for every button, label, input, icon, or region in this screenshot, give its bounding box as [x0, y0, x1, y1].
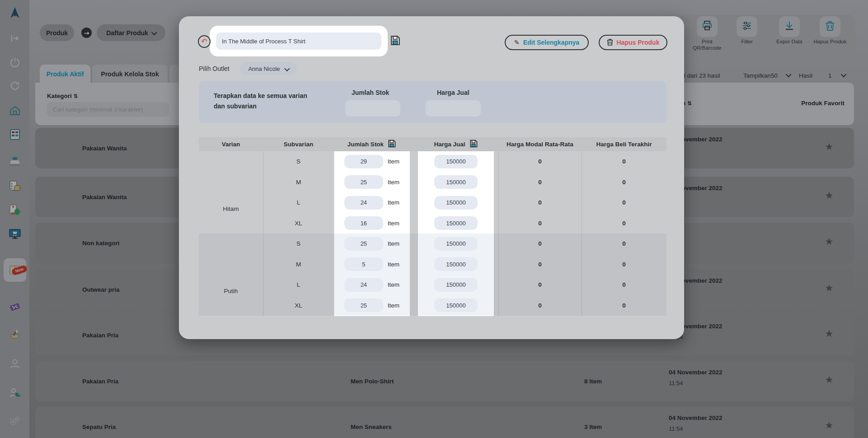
panel-price-input[interactable]	[426, 100, 481, 116]
last-buy-value: 0	[582, 275, 666, 295]
tampilkan-label: Tampilkan	[743, 72, 771, 79]
chevron-down-icon[interactable]	[841, 71, 845, 78]
panel-stock-label: Jumlah Stok	[352, 89, 389, 96]
stock-input[interactable]: 24	[344, 278, 383, 292]
stock-unit: Item	[388, 158, 399, 165]
page-select[interactable]: 1	[828, 72, 832, 79]
toolbar-label: Hapus Produk	[805, 38, 855, 45]
favorite-star-icon[interactable]: ★	[822, 421, 836, 430]
price-cell: 150000	[418, 233, 494, 254]
save-name-icon[interactable]	[389, 35, 401, 48]
toolbar-trash-button[interactable]	[820, 16, 840, 37]
avg-cost-value: 0	[498, 233, 582, 254]
gears-icon[interactable]	[0, 415, 29, 426]
product-row[interactable]: Sepatu PriaMen Sneakers3 Item04 November…	[35, 406, 854, 438]
favorite-star-icon[interactable]: ★	[822, 284, 836, 293]
chevron-down-icon	[151, 29, 157, 35]
favorite-star-icon[interactable]: ★	[822, 329, 836, 339]
monitor-cart-icon[interactable]	[0, 228, 29, 239]
price-cell: 150000	[418, 151, 494, 172]
product-row[interactable]: Pakaian PriaMen Polo-Shirt8 Item04 Novem…	[35, 361, 854, 401]
row-time: 11:54	[669, 425, 683, 432]
column-header-kategori[interactable]: Kategori ⇅	[47, 93, 78, 99]
toolbar-filter-button[interactable]	[737, 16, 757, 37]
hapus-produk-button[interactable]: Hapus Produk	[599, 35, 667, 50]
sidebar: New	[0, 0, 29, 438]
price-cell: 150000	[418, 213, 494, 234]
stock-input[interactable]: 25	[344, 298, 383, 312]
pencil-icon: ✎	[514, 39, 520, 46]
variant-table-header: Varian Subvarian Jumlah Stok Harga Jual …	[199, 137, 666, 151]
save-column-icon[interactable]	[387, 139, 396, 149]
subvariant-size: XL	[263, 295, 334, 316]
stock-input[interactable]: 5	[344, 257, 383, 271]
favorite-star-icon[interactable]: ★	[822, 237, 836, 247]
search-kategori-input[interactable]	[47, 102, 169, 117]
stock-input[interactable]: 24	[344, 196, 383, 210]
column-divider	[334, 152, 334, 316]
logout-icon[interactable]	[0, 33, 29, 44]
column-divider	[498, 152, 499, 316]
stock-cell: 25 Item	[334, 295, 410, 316]
stock-input[interactable]: 29	[344, 155, 383, 168]
row-qty: 3 Item	[584, 406, 602, 438]
price-input[interactable]: 150000	[434, 216, 478, 230]
row-category: Outwear pria	[82, 269, 120, 310]
row-product-name: Men Polo-Shirt	[351, 361, 394, 401]
stock-input[interactable]: 16	[344, 216, 383, 230]
favorite-star-icon[interactable]: ★	[822, 142, 836, 152]
outlet-select[interactable]: Anna Nicole	[240, 62, 297, 75]
page-size-select[interactable]: 50	[771, 72, 778, 79]
last-buy-value: 0	[582, 151, 666, 172]
sort-icon: ⇅	[687, 100, 692, 107]
prescription-icon[interactable]	[0, 204, 29, 216]
tab-produk-kelola-stok[interactable]: Produk Kelola Stok	[92, 65, 168, 83]
subvariant-size: M	[263, 254, 334, 275]
catalog-icon[interactable]	[0, 129, 29, 140]
breadcrumb-daftar-produk[interactable]: Daftar Produk	[97, 24, 165, 41]
printer-icon	[702, 20, 713, 33]
hasil-label: Hasil	[799, 72, 812, 79]
product-name-input[interactable]	[216, 33, 381, 50]
back-button[interactable]: ↶	[198, 35, 211, 48]
power-icon[interactable]	[0, 57, 29, 68]
save-column-icon[interactable]	[469, 139, 478, 149]
pilih-outlet-label: Pilih Outlet	[199, 65, 230, 72]
subvariant-size: M	[263, 172, 334, 193]
refresh-icon[interactable]	[0, 80, 29, 91]
tab-produk-aktif[interactable]: Produk Aktif	[40, 65, 90, 83]
stock-input[interactable]: 25	[344, 237, 383, 251]
user-bag-icon[interactable]	[0, 387, 29, 398]
price-input[interactable]: 150000	[434, 155, 478, 168]
cash-register-icon[interactable]	[0, 156, 29, 166]
price-input[interactable]: 150000	[434, 278, 478, 292]
avg-cost-value: 0	[498, 151, 582, 172]
mortar-pestle-icon[interactable]	[0, 330, 29, 341]
toolbar-download-button[interactable]	[779, 16, 800, 37]
discount-ticket-icon[interactable]	[0, 302, 29, 312]
home-icon[interactable]	[0, 105, 29, 116]
stock-input[interactable]: 25	[344, 175, 383, 189]
price-input[interactable]: 150000	[434, 175, 478, 189]
stock-cell: 16 Item	[334, 213, 410, 234]
checklist-icon[interactable]	[0, 180, 29, 192]
user-icon[interactable]	[0, 358, 29, 369]
last-buy-value: 0	[582, 192, 666, 213]
subvariant-size: L	[263, 275, 334, 295]
avg-cost-value: 0	[498, 275, 582, 295]
favorite-star-icon[interactable]: ★	[822, 375, 836, 385]
favorit-label: Produk Favorit	[801, 100, 844, 107]
edit-selengkapnya-button[interactable]: ✎ Edit Selengkapnya	[505, 35, 589, 50]
price-input[interactable]: 150000	[434, 298, 478, 312]
stock-unit: Item	[388, 302, 399, 309]
toolbar-printer-button[interactable]	[697, 16, 718, 37]
chevron-down-icon[interactable]	[786, 71, 790, 78]
variant-row-putih-S: S 25 Item 150000 0 0	[199, 233, 666, 254]
price-input[interactable]: 150000	[434, 237, 478, 251]
panel-stock-input[interactable]	[345, 100, 400, 116]
favorite-star-icon[interactable]: ★	[822, 191, 836, 200]
breadcrumb-produk[interactable]: Produk	[40, 24, 74, 41]
price-input[interactable]: 150000	[434, 196, 478, 210]
price-cell: 150000	[418, 295, 494, 316]
price-input[interactable]: 150000	[434, 257, 478, 271]
